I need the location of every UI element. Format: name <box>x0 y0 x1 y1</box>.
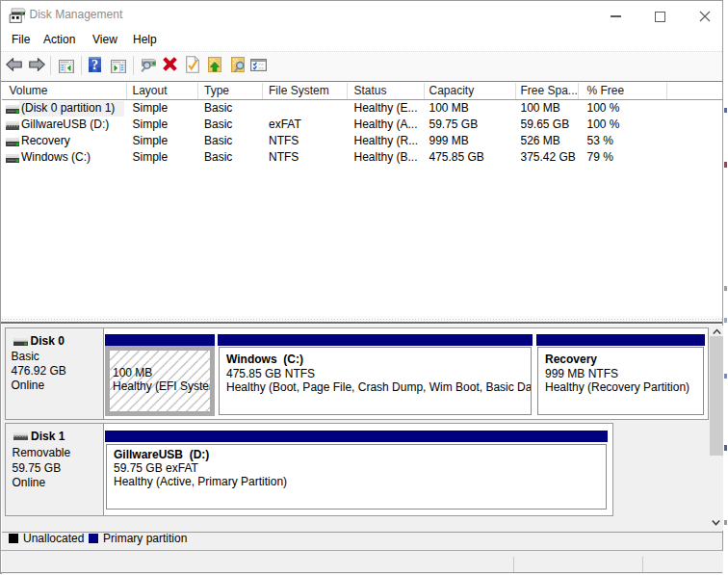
svg-text:?: ? <box>91 58 98 72</box>
